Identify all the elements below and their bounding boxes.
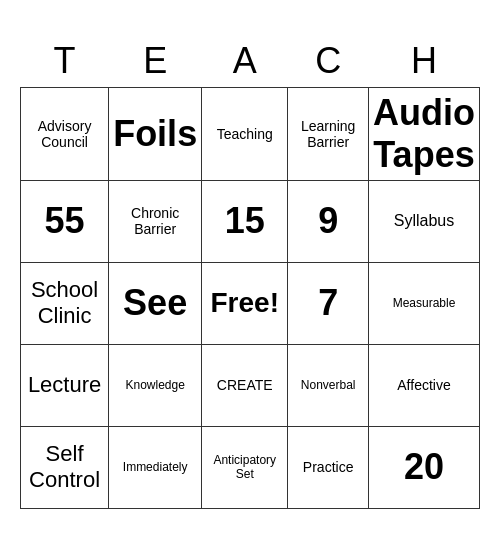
bingo-cell-0-0: Advisory Council <box>21 87 109 180</box>
bingo-cell-4-0: Self Control <box>21 426 109 508</box>
bingo-cell-2-3: 7 <box>288 262 369 344</box>
bingo-cell-4-1: Immediately <box>109 426 202 508</box>
bingo-cell-3-1: Knowledge <box>109 344 202 426</box>
bingo-cell-0-3: Learning Barrier <box>288 87 369 180</box>
bingo-row-4: Self ControlImmediatelyAnticipatory SetP… <box>21 426 480 508</box>
bingo-cell-1-1: Chronic Barrier <box>109 180 202 262</box>
bingo-cell-0-1: Foils <box>109 87 202 180</box>
bingo-cell-4-2: Anticipatory Set <box>202 426 288 508</box>
bingo-cell-1-2: 15 <box>202 180 288 262</box>
bingo-cell-1-0: 55 <box>21 180 109 262</box>
bingo-cell-3-4: Affective <box>368 344 479 426</box>
header-letter-a: A <box>202 35 288 87</box>
bingo-cell-3-3: Nonverbal <box>288 344 369 426</box>
bingo-cell-3-2: CREATE <box>202 344 288 426</box>
bingo-cell-0-4: Audio Tapes <box>368 87 479 180</box>
bingo-body: Advisory CouncilFoilsTeachingLearning Ba… <box>21 87 480 508</box>
bingo-cell-4-3: Practice <box>288 426 369 508</box>
bingo-row-2: School ClinicSeeFree!7Measurable <box>21 262 480 344</box>
bingo-row-3: LectureKnowledgeCREATENonverbalAffective <box>21 344 480 426</box>
bingo-cell-2-4: Measurable <box>368 262 479 344</box>
bingo-cell-4-4: 20 <box>368 426 479 508</box>
bingo-cell-1-4: Syllabus <box>368 180 479 262</box>
header-row: TEACH <box>21 35 480 87</box>
header-letter-c: C <box>288 35 369 87</box>
bingo-row-1: 55Chronic Barrier159Syllabus <box>21 180 480 262</box>
header-letter-t: T <box>21 35 109 87</box>
bingo-cell-2-2: Free! <box>202 262 288 344</box>
bingo-cell-1-3: 9 <box>288 180 369 262</box>
bingo-cell-2-1: See <box>109 262 202 344</box>
bingo-cell-2-0: School Clinic <box>21 262 109 344</box>
bingo-cell-3-0: Lecture <box>21 344 109 426</box>
bingo-card: TEACH Advisory CouncilFoilsTeachingLearn… <box>20 35 480 509</box>
header-letter-e: E <box>109 35 202 87</box>
header-letter-h: H <box>368 35 479 87</box>
bingo-cell-0-2: Teaching <box>202 87 288 180</box>
bingo-row-0: Advisory CouncilFoilsTeachingLearning Ba… <box>21 87 480 180</box>
